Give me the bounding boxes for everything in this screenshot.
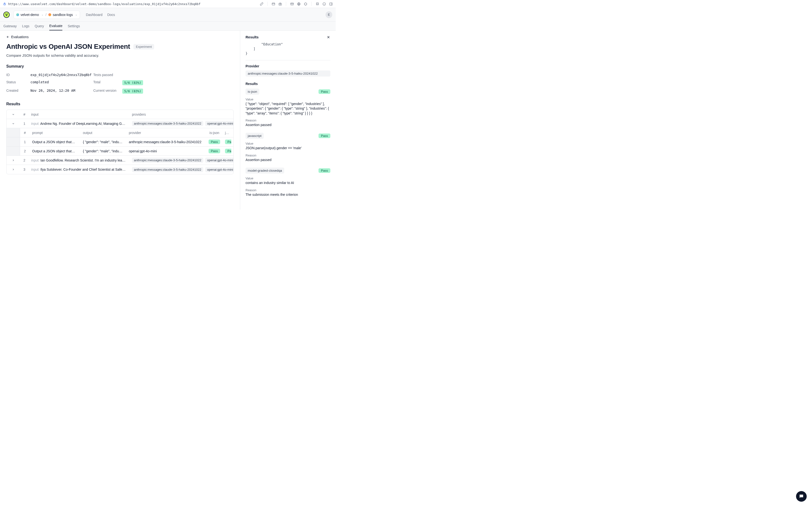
sub-row[interactable]: 1 Output a JSON object that… { "gender":…	[6, 137, 234, 147]
provider-chip: openai:gpt-4o-mini	[205, 158, 234, 163]
row-input-text: Ian Goodfellow. Research Scientist. I'm …	[40, 158, 125, 162]
breadcrumb-sep: /	[45, 13, 46, 17]
provider-chip: anthropic:messages:claude-3-5-haiku-2024…	[132, 158, 203, 163]
panel-value: contains an industry similar to AI	[246, 181, 331, 185]
row-providers: anthropic:messages:claude-3-5-haiku-2024…	[130, 119, 234, 128]
table-row[interactable]: 3 input: Ilya Sutskever. Co-Founder and …	[6, 165, 234, 174]
panel-result-status: Pass	[318, 89, 331, 94]
row-input: input: Ian Goodfellow. Research Scientis…	[29, 157, 130, 164]
breadcrumb-org[interactable]: velvet-demo ⌄	[16, 13, 44, 17]
avatar[interactable]: E	[325, 11, 332, 18]
table-row[interactable]: 1 input: Andrew Ng. Founder of DeepLearn…	[6, 119, 234, 128]
extension-icon[interactable]	[315, 2, 319, 6]
tab-evaluate[interactable]: Evaluate	[49, 22, 62, 31]
sub-header-isjson: is-json	[206, 129, 222, 137]
row-input: input: Ilya Sutskever. Co-Founder and Ch…	[29, 166, 130, 173]
panel-reason-label: Reason	[246, 154, 331, 157]
mail-icon[interactable]	[290, 2, 294, 6]
panel-title: Results	[246, 35, 259, 39]
sub-row-output: { "gender": "male", "industries…	[81, 138, 126, 146]
tab-settings[interactable]: Settings	[68, 22, 80, 30]
sub-gutter	[6, 137, 20, 146]
code-snippet: "Education" ] }	[246, 42, 331, 56]
row-input-text: Ilya Sutskever. Co-Founder and Chief Sci…	[40, 168, 126, 171]
panel-result: javascript Pass Value JSON.parse(output)…	[246, 133, 331, 162]
url-text[interactable]: https://www.usevelvet.com/dashboard/velv…	[8, 2, 258, 6]
browser-url-bar: https://www.usevelvet.com/dashboard/velv…	[0, 0, 336, 8]
summary-status-label: Status	[6, 80, 31, 85]
chevron-updown-icon: ⌄	[41, 13, 44, 16]
avatar-letter: E	[328, 13, 330, 16]
sub-row-isjson: Pass	[206, 147, 222, 155]
row-input: input: Andrew Ng. Founder of DeepLearnin…	[29, 120, 130, 127]
header-providers: providers	[130, 111, 234, 118]
input-prefix: input:	[31, 168, 40, 171]
svg-rect-8	[329, 3, 332, 5]
sub-header-output: output	[81, 129, 126, 137]
sub-row-prompt: Output a JSON object that…	[30, 147, 81, 155]
panel-result-name: is-json	[246, 89, 259, 95]
panel-value-label: Value	[246, 98, 331, 101]
window-icon[interactable]	[271, 2, 275, 6]
panel-result-status: Pass	[318, 133, 331, 138]
nav-dashboard[interactable]: Dashboard	[86, 13, 102, 17]
link-icon[interactable]	[260, 2, 263, 6]
panels-icon[interactable]	[329, 2, 333, 6]
pass-chip-partial: Pa	[225, 149, 231, 153]
sub-row[interactable]: 2 Output a JSON object that… { "gender":…	[6, 147, 234, 156]
sub-gutter	[6, 128, 20, 137]
summary-version-badge: 5/6 (83%)	[122, 89, 143, 94]
breadcrumb[interactable]: velvet-demo ⌄ / sandbox-logs ⌄	[13, 11, 80, 19]
summary-grid: ID exp_01jdjxf4s2y64c2nnxs72bq8bf Tests …	[6, 73, 234, 94]
divider	[286, 2, 286, 6]
summary-version-label: Current version	[93, 89, 122, 94]
app-logo[interactable]: V	[3, 12, 10, 18]
tab-gateway[interactable]: Gateway	[3, 22, 17, 30]
panel-result-name: model-graded-closedqa	[246, 168, 284, 174]
sub-gutter	[6, 147, 20, 156]
panel-provider-chip: anthropic:messages:claude-3-5-haiku-2024…	[246, 70, 331, 76]
sub-row-isjson: Pass	[206, 137, 222, 146]
lock-icon	[3, 2, 6, 6]
info-icon[interactable]	[322, 2, 326, 6]
nav-docs[interactable]: Docs	[107, 13, 115, 17]
expand-toggle[interactable]	[6, 120, 20, 127]
sub-header-prompt: prompt	[30, 129, 81, 137]
breadcrumb-project[interactable]: sandbox-logs ⌄	[48, 13, 77, 17]
screenshot-icon[interactable]	[278, 2, 282, 6]
expand-toggle[interactable]	[6, 157, 20, 164]
summary-tests-label: Tests passed	[93, 73, 122, 77]
row-providers: anthropic:messages:claude-3-5-haiku-2024…	[130, 165, 234, 174]
summary-status-value: completed	[31, 80, 93, 85]
nav-links: Dashboard Docs	[86, 13, 115, 17]
target-icon[interactable]	[304, 2, 307, 6]
close-icon[interactable]	[326, 35, 331, 39]
provider-chip: openai:gpt-4o-mini	[205, 121, 234, 126]
globe-icon[interactable]	[297, 2, 301, 6]
expand-toggle[interactable]	[6, 166, 20, 173]
results-table: # input providers 1 input: Andrew Ng. Fo…	[6, 110, 234, 174]
summary-id-value: exp_01jdjxf4s2y64c2nnxs72bq8bf	[31, 73, 93, 77]
svg-rect-0	[4, 4, 6, 5]
tab-query[interactable]: Query	[35, 22, 44, 30]
panel-value-label: Value	[246, 142, 331, 145]
results-panel: Results "Education" ] } Provider anthrop…	[240, 31, 336, 210]
panel-value-label: Value	[246, 176, 331, 180]
sub-header-num: #	[20, 129, 30, 137]
results-title: Results	[6, 102, 234, 106]
back-link-label: Evaluations	[11, 35, 29, 39]
sub-row-java: Pa	[222, 147, 232, 155]
back-link[interactable]: Evaluations	[6, 35, 234, 39]
tab-logs[interactable]: Logs	[22, 22, 29, 30]
arrow-left-icon	[6, 35, 10, 39]
svg-point-6	[304, 3, 307, 5]
table-row[interactable]: 2 input: Ian Goodfellow. Research Scient…	[6, 156, 234, 165]
tabs: Gateway Logs Query Evaluate Settings	[0, 21, 336, 31]
panel-reason-label: Reason	[246, 119, 331, 122]
breadcrumb-org-label: velvet-demo	[20, 13, 39, 17]
expand-all[interactable]	[6, 111, 20, 118]
summary-title: Summary	[6, 64, 234, 68]
summary-created-label: Created	[6, 89, 31, 94]
provider-chip: openai:gpt-4o-mini	[205, 167, 234, 172]
pass-chip-partial: Pa	[225, 139, 231, 144]
